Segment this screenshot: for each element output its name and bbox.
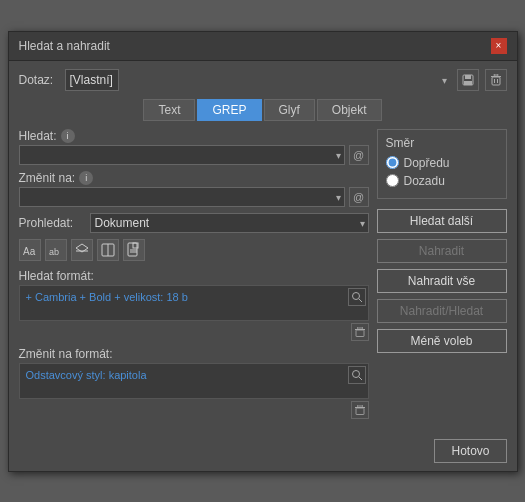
tool-layer-button[interactable]	[71, 239, 93, 261]
query-label: Dotaz:	[19, 73, 59, 87]
search-scope-label: Prohledat:	[19, 216, 84, 230]
search-scope-select[interactable]: Dokument	[90, 213, 369, 233]
replace-button[interactable]: Nahradit	[377, 239, 507, 263]
replace-at-button[interactable]: @	[349, 187, 369, 207]
replace-input-wrap	[19, 187, 345, 207]
query-row: Dotaz: [Vlastní]	[19, 69, 507, 91]
replace-label: Změnit na:	[19, 171, 76, 185]
svg-rect-21	[357, 327, 362, 329]
replace-format-search-button[interactable]	[348, 366, 366, 384]
search-scope-row: Prohledat: Dokument	[19, 213, 369, 233]
tab-grep[interactable]: GREP	[197, 99, 261, 121]
svg-rect-26	[357, 405, 362, 407]
direction-forward-label[interactable]: Dopředu	[404, 156, 450, 170]
delete-query-button[interactable]	[485, 69, 507, 91]
replace-format-text: Odstavcový styl: kapitola	[26, 369, 147, 381]
tool-case-button[interactable]: Aa	[19, 239, 41, 261]
find-info-icon[interactable]: i	[61, 129, 75, 143]
dialog-title: Hledat a nahradit	[19, 39, 110, 53]
trash-replace-icon	[355, 405, 365, 415]
replace-format-content: Odstavcový styl: kapitola	[19, 363, 369, 399]
replace-format-actions	[348, 366, 366, 384]
main-content: Hledat: i @ Změnit na: i	[19, 129, 507, 425]
find-input[interactable]	[19, 145, 345, 165]
tab-objekt[interactable]: Objekt	[317, 99, 382, 121]
find-label-row: Hledat: i	[19, 129, 369, 143]
direction-backward-row: Dozadu	[386, 174, 498, 188]
direction-backward-label[interactable]: Dozadu	[404, 174, 445, 188]
replace-format-delete-button[interactable]	[351, 401, 369, 419]
svg-point-18	[352, 292, 359, 299]
tabs-row: Text GREP Glyf Objekt	[19, 99, 507, 121]
replace-field-row: Změnit na: i @	[19, 171, 369, 207]
replace-format-section: Změnit na formát: Odstavcový styl: kapit…	[19, 347, 369, 419]
dialog-body: Dotaz: [Vlastní]	[9, 61, 517, 433]
right-panel: Směr Dopředu Dozadu Hledat další Nahradi…	[377, 129, 507, 425]
title-bar: Hledat a nahradit ×	[9, 32, 517, 61]
case-icon: Aa	[22, 242, 38, 258]
replace-all-button[interactable]: Nahradit vše	[377, 269, 507, 293]
replace-label-row: Změnit na: i	[19, 171, 369, 185]
tool-book-button[interactable]	[97, 239, 119, 261]
direction-backward-radio[interactable]	[386, 174, 399, 187]
svg-rect-1	[465, 75, 471, 79]
svg-point-23	[352, 370, 359, 377]
find-input-wrap	[19, 145, 345, 165]
find-input-row: @	[19, 145, 369, 165]
trash-small-icon	[355, 327, 365, 337]
svg-rect-27	[356, 408, 364, 415]
query-select-wrap: [Vlastní]	[65, 69, 451, 91]
replace-format-label: Změnit na formát:	[19, 347, 369, 361]
find-next-button[interactable]: Hledat další	[377, 209, 507, 233]
find-format-text: + Cambria + Bold + velikost: 18 b	[26, 291, 188, 303]
left-panel: Hledat: i @ Změnit na: i	[19, 129, 369, 425]
find-format-label: Hledat formát:	[19, 269, 369, 283]
less-options-button[interactable]: Méně voleb	[377, 329, 507, 353]
save-icon	[462, 74, 474, 86]
svg-text:ab: ab	[49, 247, 59, 257]
svg-line-24	[359, 377, 362, 380]
svg-rect-4	[494, 74, 498, 76]
find-field-row: Hledat: i @	[19, 129, 369, 165]
layer-icon	[74, 242, 90, 258]
find-format-content: + Cambria + Bold + velikost: 18 b	[19, 285, 369, 321]
search-format-icon	[351, 291, 363, 303]
svg-rect-5	[492, 77, 500, 85]
find-format-actions	[348, 288, 366, 306]
word-icon: ab	[48, 242, 64, 258]
svg-line-19	[359, 299, 362, 302]
doc-icon	[126, 242, 142, 258]
replace-find-button[interactable]: Nahradit/Hledat	[377, 299, 507, 323]
direction-forward-row: Dopředu	[386, 156, 498, 170]
save-query-button[interactable]	[457, 69, 479, 91]
close-button[interactable]: ×	[491, 38, 507, 54]
find-format-delete-button[interactable]	[351, 323, 369, 341]
tool-doc-button[interactable]	[123, 239, 145, 261]
direction-forward-radio[interactable]	[386, 156, 399, 169]
query-select[interactable]: [Vlastní]	[65, 69, 119, 91]
replace-input-row: @	[19, 187, 369, 207]
tab-glyf[interactable]: Glyf	[264, 99, 315, 121]
dialog: Hledat a nahradit × Dotaz: [Vlastní]	[8, 31, 518, 472]
direction-title: Směr	[386, 136, 498, 150]
dialog-footer: Hotovo	[9, 433, 517, 471]
book-icon	[100, 242, 116, 258]
svg-rect-2	[464, 81, 472, 85]
find-label: Hledat:	[19, 129, 57, 143]
find-format-section: Hledat formát: + Cambria + Bold + veliko…	[19, 269, 369, 341]
tab-text[interactable]: Text	[143, 99, 195, 121]
done-button[interactable]: Hotovo	[434, 439, 506, 463]
find-at-button[interactable]: @	[349, 145, 369, 165]
svg-text:Aa: Aa	[23, 246, 36, 257]
search-replace-icon	[351, 369, 363, 381]
replace-info-icon[interactable]: i	[79, 171, 93, 185]
direction-group: Směr Dopředu Dozadu	[377, 129, 507, 199]
trash-icon	[491, 74, 501, 86]
tool-word-button[interactable]: ab	[45, 239, 67, 261]
replace-input[interactable]	[19, 187, 345, 207]
search-scope-select-wrap: Dokument	[90, 213, 369, 233]
svg-rect-22	[356, 330, 364, 337]
find-format-search-button[interactable]	[348, 288, 366, 306]
tools-row: Aa ab	[19, 239, 369, 261]
